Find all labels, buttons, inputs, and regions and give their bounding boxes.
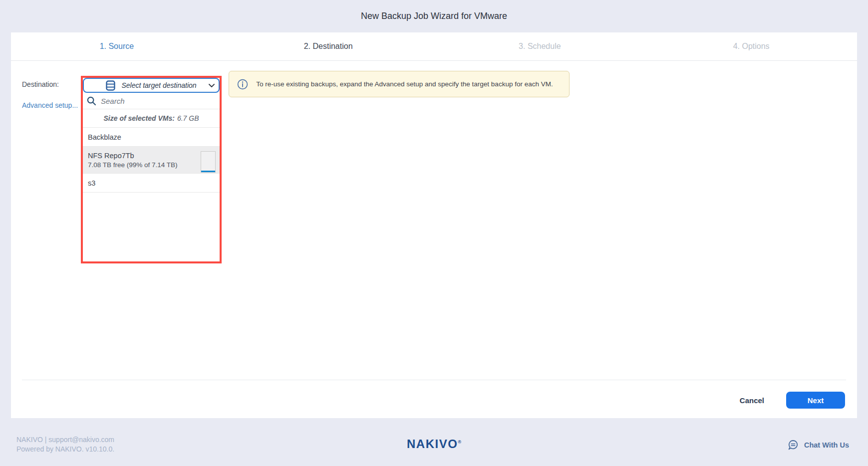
page-title: New Backup Job Wizard for VMware	[0, 0, 868, 32]
nakivo-logo-text: NAKIVO	[407, 437, 458, 451]
tab-schedule: 3. Schedule	[434, 32, 646, 60]
wizard-card: 1. Source 2. Destination 3. Schedule 4. …	[11, 32, 857, 418]
tab-destination[interactable]: 2. Destination	[223, 32, 434, 60]
chevron-down-icon	[209, 84, 215, 88]
capacity-indicator	[201, 151, 216, 173]
info-banner: To re-use existing backups, expand the A…	[229, 71, 570, 97]
wizard-actions: Cancel Next	[740, 392, 845, 409]
chat-with-us[interactable]: Chat With Us	[787, 439, 849, 451]
annotation-highlight: Select target destination Size of select…	[81, 76, 222, 263]
search-icon	[87, 96, 96, 106]
cancel-button[interactable]: Cancel	[740, 396, 764, 405]
chat-bubble-icon	[787, 439, 799, 451]
info-banner-text: To re-use existing backups, expand the A…	[248, 80, 561, 88]
destination-dropdown-panel: Size of selected VMs: 6.7 GB Backblaze N…	[83, 93, 220, 261]
step-tabs: 1. Source 2. Destination 3. Schedule 4. …	[11, 32, 857, 61]
destination-select[interactable]: Select target destination	[83, 78, 220, 93]
dropdown-option-s3[interactable]: s3	[83, 174, 220, 193]
footer-separator	[22, 380, 846, 380]
advanced-setup-link[interactable]: Advanced setup...	[22, 101, 78, 109]
tab-options: 4. Options	[645, 32, 857, 60]
dropdown-option-backblaze[interactable]: Backblaze	[83, 128, 220, 147]
size-summary-value: 6.7 GB	[177, 114, 199, 122]
option-name: NFS Repo7Tb	[88, 152, 215, 160]
chat-label: Chat With Us	[804, 441, 849, 449]
registered-mark: ®	[458, 440, 461, 445]
option-name: s3	[88, 179, 215, 187]
option-detail: 7.08 TB free (99% of 7.14 TB)	[88, 161, 215, 169]
nakivo-logo: NAKIVO®	[0, 437, 868, 451]
capacity-used-bar	[201, 171, 215, 172]
select-placeholder: Select target destination	[121, 81, 196, 89]
search-input[interactable]	[101, 97, 216, 105]
info-icon	[237, 79, 248, 90]
page: New Backup Job Wizard for VMware 1. Sour…	[0, 0, 868, 466]
tab-source[interactable]: 1. Source	[11, 32, 223, 60]
database-icon	[106, 80, 115, 91]
size-summary: Size of selected VMs: 6.7 GB	[83, 109, 220, 128]
next-button[interactable]: Next	[786, 392, 845, 409]
destination-label: Destination:	[22, 80, 59, 88]
size-summary-label: Size of selected VMs:	[104, 114, 175, 122]
search-row	[83, 93, 220, 109]
dropdown-option-nfs-repo7tb[interactable]: NFS Repo7Tb 7.08 TB free (99% of 7.14 TB…	[83, 147, 220, 174]
option-name: Backblaze	[88, 133, 215, 141]
